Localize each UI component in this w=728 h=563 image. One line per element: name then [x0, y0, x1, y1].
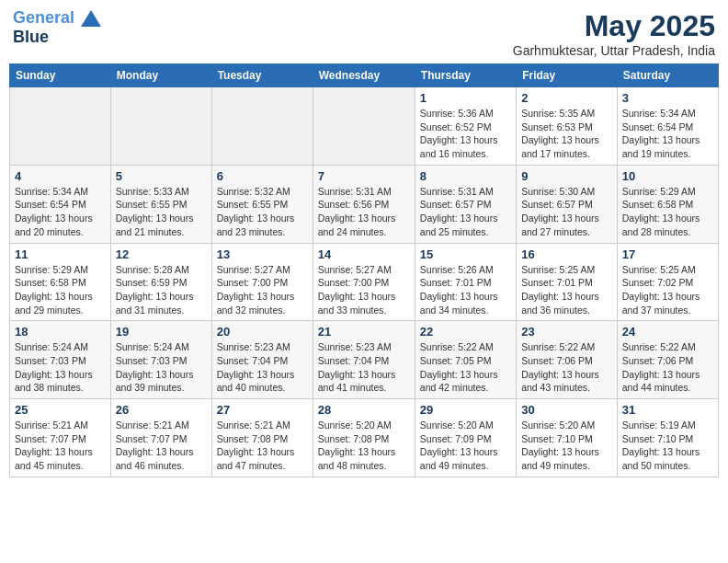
calendar-cell [110, 87, 211, 166]
day-info: Sunrise: 5:22 AM Sunset: 7:06 PM Dayligh… [521, 340, 612, 395]
day-number: 16 [521, 247, 612, 261]
day-info: Sunrise: 5:29 AM Sunset: 6:58 PM Dayligh… [15, 263, 106, 317]
day-number: 11 [15, 247, 106, 261]
day-info: Sunrise: 5:21 AM Sunset: 7:08 PM Dayligh… [217, 419, 308, 473]
day-number: 12 [116, 247, 207, 261]
calendar-week-row: 11Sunrise: 5:29 AM Sunset: 6:58 PM Dayli… [10, 243, 719, 321]
day-number: 21 [318, 325, 410, 339]
day-number: 19 [116, 325, 207, 339]
day-info: Sunrise: 5:22 AM Sunset: 7:05 PM Dayligh… [420, 340, 511, 395]
calendar-cell: 15Sunrise: 5:26 AM Sunset: 7:01 PM Dayli… [415, 243, 516, 321]
day-info: Sunrise: 5:25 AM Sunset: 7:01 PM Dayligh… [521, 263, 612, 317]
calendar-week-row: 25Sunrise: 5:21 AM Sunset: 7:07 PM Dayli… [10, 399, 719, 477]
calendar-cell: 25Sunrise: 5:21 AM Sunset: 7:07 PM Dayli… [10, 399, 111, 477]
day-number: 23 [521, 325, 612, 339]
day-number: 5 [116, 169, 207, 183]
calendar-cell: 23Sunrise: 5:22 AM Sunset: 7:06 PM Dayli… [517, 321, 618, 399]
calendar-cell: 11Sunrise: 5:29 AM Sunset: 6:58 PM Dayli… [10, 243, 111, 321]
day-number: 6 [217, 169, 308, 183]
day-info: Sunrise: 5:31 AM Sunset: 6:57 PM Dayligh… [420, 185, 511, 239]
day-number: 17 [622, 247, 713, 261]
header-cell-wednesday: Wednesday [313, 64, 415, 87]
header-cell-sunday: Sunday [10, 64, 111, 87]
day-info: Sunrise: 5:23 AM Sunset: 7:04 PM Dayligh… [217, 340, 308, 395]
day-number: 29 [420, 403, 511, 417]
header-cell-tuesday: Tuesday [211, 64, 313, 87]
calendar-cell: 3Sunrise: 5:34 AM Sunset: 6:54 PM Daylig… [617, 87, 718, 166]
calendar-cell: 26Sunrise: 5:21 AM Sunset: 7:07 PM Dayli… [110, 399, 211, 477]
header-cell-thursday: Thursday [415, 64, 516, 87]
day-number: 3 [622, 91, 713, 105]
day-number: 1 [420, 91, 511, 105]
calendar-cell: 18Sunrise: 5:24 AM Sunset: 7:03 PM Dayli… [10, 321, 111, 399]
day-info: Sunrise: 5:20 AM Sunset: 7:10 PM Dayligh… [521, 419, 612, 473]
header-cell-monday: Monday [110, 64, 211, 87]
day-info: Sunrise: 5:34 AM Sunset: 6:54 PM Dayligh… [15, 185, 106, 239]
calendar-week-row: 1Sunrise: 5:36 AM Sunset: 6:52 PM Daylig… [10, 87, 719, 166]
logo-icon [81, 10, 101, 27]
day-number: 26 [116, 403, 207, 417]
calendar-table: SundayMondayTuesdayWednesdayThursdayFrid… [9, 63, 719, 477]
day-number: 10 [622, 169, 713, 183]
day-number: 13 [217, 247, 308, 261]
day-number: 25 [15, 403, 106, 417]
day-info: Sunrise: 5:23 AM Sunset: 7:04 PM Dayligh… [318, 340, 410, 395]
day-info: Sunrise: 5:25 AM Sunset: 7:02 PM Dayligh… [622, 263, 713, 317]
day-info: Sunrise: 5:19 AM Sunset: 7:10 PM Dayligh… [622, 419, 713, 473]
logo: General Blue [13, 9, 101, 47]
calendar-cell: 1Sunrise: 5:36 AM Sunset: 6:52 PM Daylig… [415, 87, 516, 166]
svg-marker-0 [81, 10, 101, 27]
day-info: Sunrise: 5:36 AM Sunset: 6:52 PM Dayligh… [420, 107, 511, 161]
day-number: 18 [15, 325, 106, 339]
day-number: 27 [217, 403, 308, 417]
day-number: 4 [15, 169, 106, 183]
calendar-cell: 27Sunrise: 5:21 AM Sunset: 7:08 PM Dayli… [211, 399, 313, 477]
day-info: Sunrise: 5:20 AM Sunset: 7:09 PM Dayligh… [420, 419, 511, 473]
calendar-week-row: 4Sunrise: 5:34 AM Sunset: 6:54 PM Daylig… [10, 165, 719, 243]
day-info: Sunrise: 5:20 AM Sunset: 7:08 PM Dayligh… [318, 419, 410, 473]
day-number: 22 [420, 325, 511, 339]
day-number: 14 [318, 247, 410, 261]
day-info: Sunrise: 5:30 AM Sunset: 6:57 PM Dayligh… [521, 185, 612, 239]
calendar-body: 1Sunrise: 5:36 AM Sunset: 6:52 PM Daylig… [10, 87, 719, 477]
calendar-cell: 7Sunrise: 5:31 AM Sunset: 6:56 PM Daylig… [313, 165, 415, 243]
calendar-cell: 12Sunrise: 5:28 AM Sunset: 6:59 PM Dayli… [110, 243, 211, 321]
calendar-cell [211, 87, 313, 166]
day-number: 28 [318, 403, 410, 417]
calendar-header-row: SundayMondayTuesdayWednesdayThursdayFrid… [10, 64, 719, 87]
calendar-cell: 5Sunrise: 5:33 AM Sunset: 6:55 PM Daylig… [110, 165, 211, 243]
day-info: Sunrise: 5:27 AM Sunset: 7:00 PM Dayligh… [217, 263, 308, 317]
day-number: 24 [622, 325, 713, 339]
calendar-cell: 28Sunrise: 5:20 AM Sunset: 7:08 PM Dayli… [313, 399, 415, 477]
calendar-cell: 31Sunrise: 5:19 AM Sunset: 7:10 PM Dayli… [617, 399, 718, 477]
day-number: 20 [217, 325, 308, 339]
day-info: Sunrise: 5:31 AM Sunset: 6:56 PM Dayligh… [318, 185, 410, 239]
calendar-cell: 17Sunrise: 5:25 AM Sunset: 7:02 PM Dayli… [617, 243, 718, 321]
logo-text: General [13, 9, 101, 28]
day-info: Sunrise: 5:33 AM Sunset: 6:55 PM Dayligh… [116, 185, 207, 239]
day-info: Sunrise: 5:35 AM Sunset: 6:53 PM Dayligh… [521, 107, 612, 161]
title-block: May 2025 Garhmuktesar, Uttar Pradesh, In… [513, 9, 715, 58]
page-header: General Blue May 2025 Garhmuktesar, Utta… [9, 9, 719, 58]
calendar-cell: 14Sunrise: 5:27 AM Sunset: 7:00 PM Dayli… [313, 243, 415, 321]
day-number: 2 [521, 91, 612, 105]
day-info: Sunrise: 5:26 AM Sunset: 7:01 PM Dayligh… [420, 263, 511, 317]
calendar-cell: 10Sunrise: 5:29 AM Sunset: 6:58 PM Dayli… [617, 165, 718, 243]
calendar-cell: 9Sunrise: 5:30 AM Sunset: 6:57 PM Daylig… [517, 165, 618, 243]
header-cell-friday: Friday [517, 64, 618, 87]
calendar-week-row: 18Sunrise: 5:24 AM Sunset: 7:03 PM Dayli… [10, 321, 719, 399]
calendar-cell: 20Sunrise: 5:23 AM Sunset: 7:04 PM Dayli… [211, 321, 313, 399]
calendar-cell: 30Sunrise: 5:20 AM Sunset: 7:10 PM Dayli… [517, 399, 618, 477]
location-subtitle: Garhmuktesar, Uttar Pradesh, India [513, 43, 715, 58]
calendar-cell: 16Sunrise: 5:25 AM Sunset: 7:01 PM Dayli… [517, 243, 618, 321]
day-info: Sunrise: 5:24 AM Sunset: 7:03 PM Dayligh… [15, 340, 106, 395]
day-number: 31 [622, 403, 713, 417]
calendar-cell: 24Sunrise: 5:22 AM Sunset: 7:06 PM Dayli… [617, 321, 718, 399]
calendar-cell: 2Sunrise: 5:35 AM Sunset: 6:53 PM Daylig… [517, 87, 618, 166]
day-info: Sunrise: 5:24 AM Sunset: 7:03 PM Dayligh… [116, 340, 207, 395]
calendar-cell [10, 87, 111, 166]
day-info: Sunrise: 5:27 AM Sunset: 7:00 PM Dayligh… [318, 263, 410, 317]
day-info: Sunrise: 5:22 AM Sunset: 7:06 PM Dayligh… [622, 340, 713, 395]
calendar-cell [313, 87, 415, 166]
day-info: Sunrise: 5:32 AM Sunset: 6:55 PM Dayligh… [217, 185, 308, 239]
